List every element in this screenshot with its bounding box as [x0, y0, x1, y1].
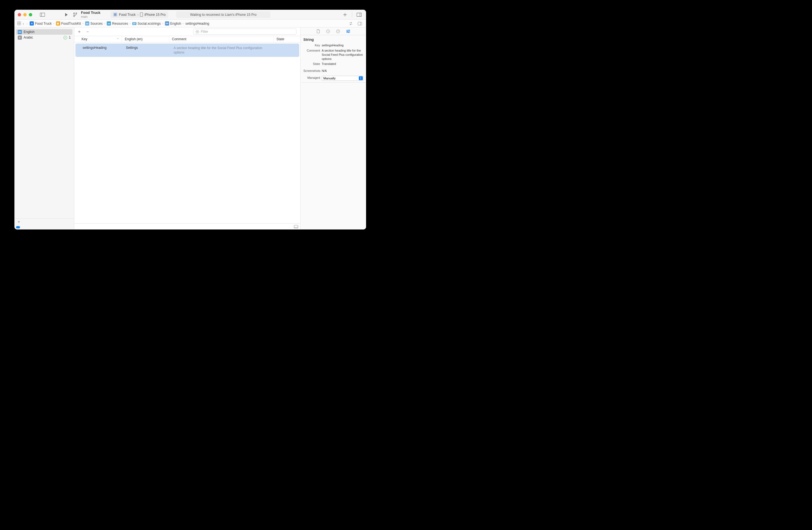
toggle-bottom-panel-button[interactable] — [294, 225, 298, 228]
sidebar-right-icon — [357, 13, 362, 17]
breadcrumb: ‹ › AFood Truck› ▣FoodTruckKit› ▬Sources… — [14, 20, 366, 27]
activity-status: Waiting to reconnect to Liam's iPhone 15… — [176, 11, 271, 18]
status-text: Waiting to reconnect to Liam's iPhone 15… — [190, 13, 257, 17]
folder-icon: ▬ — [107, 22, 111, 26]
zoom-window[interactable] — [29, 13, 32, 16]
add-language-button[interactable]: ＋ — [17, 219, 21, 225]
arrows-icon — [349, 22, 353, 25]
sort-ascending-icon: ⌃ — [117, 38, 119, 41]
panel-bottom-icon — [294, 225, 298, 228]
language-badge: EN — [18, 30, 22, 34]
sidebar-left-icon — [40, 13, 45, 17]
play-icon — [64, 13, 68, 17]
app-icon — [113, 13, 117, 17]
crumb-key[interactable]: settingsHeading — [185, 22, 209, 26]
inspector-tab-attributes[interactable] — [346, 30, 350, 33]
updown-icon: ▲▼ — [359, 76, 363, 80]
language-sidebar: EN English E Arabic 1 ＋ — [14, 27, 74, 229]
checkmark-circle-icon — [63, 36, 67, 39]
inspector-tab-history[interactable] — [326, 29, 330, 33]
language-name: English — [24, 30, 34, 34]
nav-forward-button[interactable]: › — [26, 22, 28, 26]
column-state[interactable]: State — [274, 36, 300, 42]
toggle-left-sidebar-button[interactable] — [39, 12, 46, 18]
crumb-package[interactable]: ▣FoodTruckKit — [56, 22, 81, 26]
grid-icon — [17, 22, 21, 25]
filter-bar — [14, 225, 74, 229]
run-button[interactable] — [63, 12, 70, 18]
branch-button[interactable] — [72, 12, 79, 18]
svg-point-33 — [348, 32, 349, 33]
column-key[interactable]: Key⌃ — [74, 36, 122, 42]
language-icon: EN — [165, 22, 169, 26]
related-items-button[interactable] — [17, 22, 21, 26]
plus-icon — [343, 13, 347, 17]
adjust-editor-button[interactable] — [347, 20, 354, 27]
close-window[interactable] — [18, 13, 21, 16]
inspector-key-label: Key — [303, 43, 322, 47]
scheme-selector[interactable]: Food Truck › iPhone 15 Pro — [111, 11, 168, 18]
column-comment[interactable]: Comment — [169, 36, 274, 42]
crumb-resources[interactable]: ▬Resources — [107, 22, 128, 26]
table-header: Key⌃ English (en) Comment State — [74, 36, 300, 42]
inspector-managed-label: Managed — [303, 76, 322, 81]
language-item-arabic[interactable]: E Arabic 1 — [16, 35, 72, 40]
svg-rect-8 — [357, 13, 362, 16]
project-name: Food Truck — [81, 11, 100, 15]
language-status — [63, 36, 67, 39]
folder-icon: ▬ — [85, 22, 89, 26]
svg-point-4 — [73, 16, 75, 17]
sidebar-footer: ＋ — [14, 218, 74, 225]
crumb-project[interactable]: AFood Truck — [30, 22, 52, 26]
project-icon: A — [30, 22, 34, 26]
svg-rect-23 — [294, 225, 298, 228]
inspector-state-value: Translated — [322, 62, 363, 66]
cell-state — [272, 46, 298, 55]
inspector-tab-file[interactable] — [316, 29, 320, 33]
filter-icon — [195, 30, 199, 33]
svg-rect-12 — [17, 24, 19, 25]
svg-rect-7 — [140, 13, 143, 17]
svg-rect-13 — [19, 24, 21, 25]
svg-text:?: ? — [337, 30, 338, 33]
column-english[interactable]: English (en) — [122, 36, 169, 42]
svg-rect-10 — [17, 22, 19, 23]
filter-placeholder: Filter — [201, 30, 208, 33]
question-icon: ? — [336, 29, 340, 33]
svg-rect-11 — [19, 22, 21, 23]
managed-select[interactable]: Manually ▲▼ — [322, 76, 363, 81]
inspector-state-label: State — [303, 62, 322, 66]
svg-point-29 — [349, 30, 350, 31]
minimize-window[interactable] — [23, 13, 27, 16]
language-item-english[interactable]: EN English — [16, 29, 72, 35]
remove-string-button[interactable] — [85, 29, 90, 35]
strings-file-icon — [132, 22, 136, 25]
branch-icon — [73, 13, 77, 17]
filter-indicator[interactable] — [16, 226, 20, 228]
crumb-language[interactable]: ENEnglish — [165, 22, 181, 26]
toggle-right-sidebar-button[interactable] — [356, 12, 363, 18]
add-string-button[interactable] — [77, 29, 82, 35]
crumb-sources[interactable]: ▬Sources — [85, 22, 103, 26]
svg-point-2 — [73, 13, 75, 14]
nav-back-button[interactable]: ‹ — [22, 22, 25, 26]
window-controls — [18, 13, 32, 16]
document-icon — [316, 29, 320, 33]
filter-field[interactable]: Filter — [193, 29, 296, 35]
add-tab-button[interactable] — [342, 12, 349, 18]
xcode-window: Food Truck main Food Truck › iPhone 15 P… — [14, 10, 366, 229]
svg-rect-6 — [114, 13, 116, 16]
layout-icon — [358, 22, 362, 25]
cell-key: settingsHeading — [76, 46, 124, 55]
scheme-device: iPhone 15 Pro — [144, 13, 165, 17]
cell-english: Settings — [124, 46, 171, 55]
inspector-section-title: String — [303, 38, 363, 42]
crumb-file[interactable]: Social.xcstrings — [132, 22, 161, 26]
scheme-target: Food Truck — [119, 13, 135, 17]
device-icon — [140, 13, 143, 17]
inspector-tab-help[interactable]: ? — [336, 29, 340, 33]
inspector-tabs: ? — [301, 27, 366, 35]
editor-options-button[interactable] — [356, 20, 363, 27]
managed-value: Manually — [323, 76, 336, 81]
table-row[interactable]: settingsHeading Settings A section headi… — [75, 44, 299, 57]
